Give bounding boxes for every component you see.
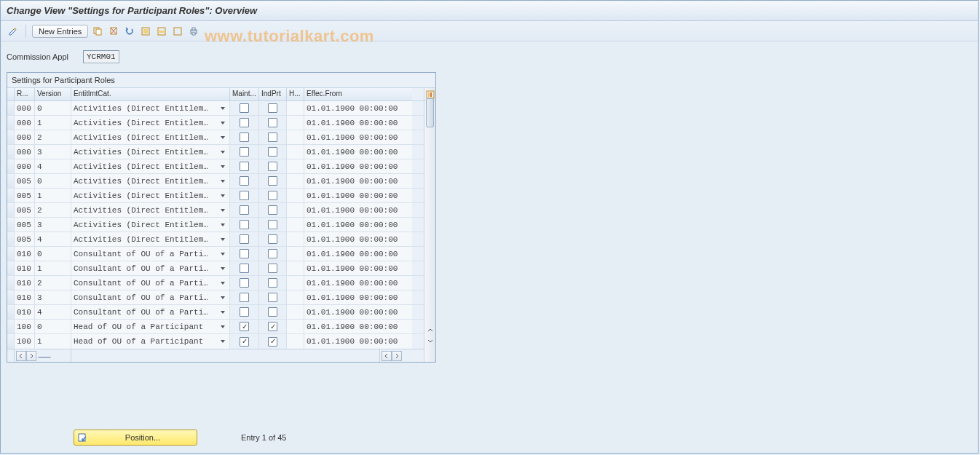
cell-r[interactable]: 100 [15,320,35,333]
position-button[interactable]: Position... [74,430,197,446]
cell-version[interactable]: 0 [35,101,71,115]
checkbox[interactable] [240,162,249,171]
checkbox[interactable] [240,307,249,317]
cell-effecfrom[interactable]: 01.01.1900 00:00:00 [304,159,412,173]
checkbox[interactable] [240,220,249,229]
checkbox[interactable] [268,191,277,200]
table-row[interactable]: 1001Head of OU of a Participant01.01.190… [7,334,424,349]
cell-indprt[interactable] [259,218,287,232]
table-row[interactable]: 0002Activities (Direct Entitlem…01.01.19… [7,130,424,145]
table-row[interactable]: 0054Activities (Direct Entitlem…01.01.19… [7,232,424,247]
cell-maint[interactable] [230,247,259,261]
table-row[interactable]: 0004Activities (Direct Entitlem…01.01.19… [7,159,424,174]
cell-indprt[interactable] [259,320,287,333]
dropdown-icon[interactable] [218,339,227,344]
cell-h[interactable] [287,290,304,304]
checkbox[interactable] [268,118,277,127]
cell-maint[interactable] [230,232,259,246]
checkbox[interactable] [268,293,277,302]
change-mode-icon[interactable] [7,25,20,38]
hsb-right-button-2[interactable] [392,351,402,361]
cell-effecfrom[interactable]: 01.01.1900 00:00:00 [304,174,412,188]
cell-r[interactable]: 000 [15,145,35,159]
cell-r[interactable]: 005 [15,218,35,232]
cell-h[interactable] [287,276,304,290]
cell-entitlmtcat[interactable]: Consultant of OU of a Parti… [71,247,230,261]
checkbox[interactable] [268,147,277,157]
cell-entitlmtcat[interactable]: Activities (Direct Entitlem… [71,203,230,217]
hsb-right-button[interactable] [26,351,36,361]
checkbox[interactable] [268,234,277,244]
cell-h[interactable] [287,145,304,159]
cell-h[interactable] [287,320,304,333]
dropdown-icon[interactable] [218,207,227,213]
cell-maint[interactable] [230,189,259,202]
cell-entitlmtcat[interactable]: Activities (Direct Entitlem… [71,174,230,188]
dropdown-icon[interactable] [218,222,227,228]
cell-maint[interactable] [230,130,259,144]
row-selector[interactable] [7,101,15,115]
select-block-icon[interactable] [155,25,168,38]
cell-r[interactable]: 005 [15,189,35,202]
vsb-up-button-2[interactable] [424,325,435,336]
row-selector[interactable] [7,116,15,130]
checkbox[interactable] [268,337,277,347]
checkbox[interactable] [268,249,277,258]
copy-as-icon[interactable] [91,25,104,38]
cell-indprt[interactable] [259,276,287,290]
print-icon[interactable] [187,25,200,38]
dropdown-icon[interactable] [218,106,227,111]
cell-indprt[interactable] [259,159,287,173]
row-selector[interactable] [7,261,15,275]
cell-h[interactable] [287,232,304,246]
cell-h[interactable] [287,218,304,232]
cell-entitlmtcat[interactable]: Activities (Direct Entitlem… [71,159,230,173]
dropdown-icon[interactable] [218,193,227,199]
cell-indprt[interactable] [259,247,287,261]
cell-h[interactable] [287,305,304,319]
cell-version[interactable]: 2 [35,203,71,217]
cell-h[interactable] [287,334,304,349]
cell-r[interactable]: 000 [15,116,35,130]
row-selector[interactable] [7,247,15,261]
commission-appl-field[interactable]: YCRM01 [83,50,119,63]
checkbox[interactable] [268,132,277,142]
checkbox[interactable] [240,234,249,244]
hdr-r[interactable]: R... [15,88,35,100]
checkbox[interactable] [240,249,249,258]
cell-indprt[interactable] [259,116,287,130]
hsb-left-button-2[interactable] [382,351,392,361]
table-row[interactable]: 0051Activities (Direct Entitlem…01.01.19… [7,189,424,203]
cell-maint[interactable] [230,218,259,232]
checkbox[interactable] [240,337,249,347]
table-row[interactable]: 0003Activities (Direct Entitlem…01.01.19… [7,145,424,159]
cell-effecfrom[interactable]: 01.01.1900 00:00:00 [304,189,412,202]
cell-version[interactable]: 3 [35,290,71,304]
cell-version[interactable]: 4 [35,305,71,319]
cell-effecfrom[interactable]: 01.01.1900 00:00:00 [304,320,412,333]
row-selector[interactable] [7,232,15,246]
cell-r[interactable]: 005 [15,174,35,188]
cell-effecfrom[interactable]: 01.01.1900 00:00:00 [304,334,412,349]
hdr-maint[interactable]: Maint... [230,88,259,100]
cell-indprt[interactable] [259,203,287,217]
cell-effecfrom[interactable]: 01.01.1900 00:00:00 [304,203,412,217]
cell-entitlmtcat[interactable]: Consultant of OU of a Parti… [71,261,230,275]
row-selector[interactable] [7,130,15,144]
cell-h[interactable] [287,189,304,202]
cell-version[interactable]: 3 [35,145,71,159]
cell-h[interactable] [287,130,304,144]
cell-entitlmtcat[interactable]: Activities (Direct Entitlem… [71,189,230,202]
checkbox[interactable] [240,118,249,127]
cell-maint[interactable] [230,101,259,115]
cell-effecfrom[interactable]: 01.01.1900 00:00:00 [304,101,412,115]
dropdown-icon[interactable] [218,178,227,184]
cell-r[interactable]: 000 [15,130,35,144]
cell-entitlmtcat[interactable]: Consultant of OU of a Parti… [71,276,230,290]
cell-entitlmtcat[interactable]: Consultant of OU of a Parti… [71,290,230,304]
table-row[interactable]: 0053Activities (Direct Entitlem…01.01.19… [7,218,424,232]
cell-version[interactable]: 4 [35,232,71,246]
cell-entitlmtcat[interactable]: Activities (Direct Entitlem… [71,232,230,246]
table-row[interactable]: 0103Consultant of OU of a Parti…01.01.19… [7,290,424,305]
vsb-thumb[interactable] [426,98,434,127]
